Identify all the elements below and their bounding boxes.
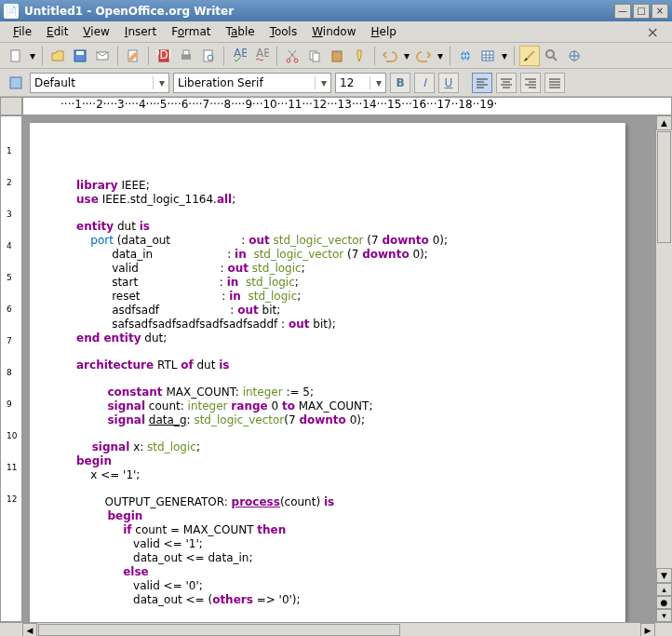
menubar: File Edit View Insert Format Table Tools…	[0, 21, 672, 43]
code-content[interactable]: library IEEE; use IEEE.std_logic_1164.al…	[76, 179, 598, 607]
svg-rect-8	[183, 50, 189, 55]
save-button[interactable]	[70, 46, 90, 66]
open-button[interactable]	[47, 46, 68, 66]
menu-view[interactable]: View	[75, 23, 116, 40]
doc-close-icon[interactable]: ×	[639, 21, 666, 43]
vertical-scrollbar[interactable]: ▲ ▼ ▴ ● ▾	[655, 115, 672, 622]
new-button[interactable]	[6, 46, 26, 66]
underline-button[interactable]: U	[438, 73, 459, 93]
menu-tools[interactable]: Tools	[262, 23, 305, 40]
menu-insert[interactable]: Insert	[117, 23, 164, 40]
fontsize-combo[interactable]: 12▾	[335, 73, 386, 93]
autospell-button[interactable]: ABC	[251, 46, 272, 66]
show-draw-button[interactable]	[519, 46, 540, 66]
menu-help[interactable]: Help	[364, 23, 404, 40]
svg-rect-0	[11, 50, 20, 61]
cut-button[interactable]	[282, 46, 302, 66]
style-combo[interactable]: Default▾	[30, 73, 169, 93]
font-combo[interactable]: Liberation Serif▾	[173, 73, 331, 93]
scroll-up-button[interactable]: ▲	[656, 115, 672, 130]
svg-text:ABC: ABC	[256, 48, 269, 60]
svg-rect-23	[10, 77, 21, 88]
menu-table[interactable]: Table	[219, 23, 262, 40]
preview-button[interactable]	[198, 46, 219, 66]
titlebar: 📄 Untitled1 - OpenOffice.org Writer — □ …	[0, 0, 672, 21]
new-arrow[interactable]: ▾	[28, 46, 37, 66]
window-title: Untitled1 - OpenOffice.org Writer	[24, 5, 612, 18]
bold-button[interactable]: B	[390, 73, 410, 93]
copy-button[interactable]	[304, 46, 325, 66]
format-toolbar: Default▾ Liberation Serif▾ 12▾ B I U	[0, 69, 672, 97]
ruler-corner	[0, 97, 22, 115]
next-page-button[interactable]: ▾	[656, 609, 672, 622]
align-justify-button[interactable]	[544, 73, 565, 93]
menu-edit[interactable]: Edit	[39, 23, 75, 40]
page-viewport[interactable]: library IEEE; use IEEE.std_logic_1164.al…	[22, 115, 655, 622]
prev-page-button[interactable]: ▴	[656, 583, 672, 596]
align-center-button[interactable]	[496, 73, 517, 93]
format-paintbrush-button[interactable]	[349, 46, 370, 66]
minimize-button[interactable]: —	[614, 4, 631, 19]
scroll-right-button[interactable]: ▶	[640, 623, 655, 636]
document-page[interactable]: library IEEE; use IEEE.std_logic_1164.al…	[30, 123, 625, 622]
pdf-button[interactable]: PDF	[154, 46, 174, 66]
svg-rect-18	[335, 50, 339, 53]
align-left-button[interactable]	[472, 73, 492, 93]
standard-toolbar: ▾ PDF ABC ABC ▾ ▾ ▾	[0, 43, 672, 69]
align-right-button[interactable]	[520, 73, 541, 93]
undo-button[interactable]	[380, 46, 400, 66]
menu-format[interactable]: Format	[164, 23, 218, 40]
email-button[interactable]	[92, 46, 113, 66]
document-area: 1 2 3 4 5 6 7 8 9 10 11 12 library IEEE;…	[0, 115, 672, 622]
svg-point-21	[546, 50, 554, 58]
paste-button[interactable]	[327, 46, 347, 66]
menu-window[interactable]: Window	[304, 23, 363, 40]
spellcheck-button[interactable]: ABC	[229, 46, 249, 66]
svg-rect-20	[482, 51, 493, 61]
styles-button[interactable]	[6, 73, 26, 93]
menu-file[interactable]: File	[6, 23, 39, 40]
horizontal-ruler[interactable]: ····1····2····3····4····5····6····7····8…	[22, 97, 672, 115]
redo-arrow[interactable]: ▾	[436, 46, 445, 66]
horizontal-scrollbar[interactable]: ◀ ▶	[0, 622, 672, 636]
close-button[interactable]: ×	[652, 4, 668, 19]
edit-file-button[interactable]	[123, 46, 143, 66]
svg-rect-2	[76, 51, 84, 55]
italic-button[interactable]: I	[414, 73, 435, 93]
maximize-button[interactable]: □	[633, 4, 650, 19]
scroll-thumb[interactable]	[657, 131, 671, 243]
scroll-left-button[interactable]: ◀	[22, 623, 37, 636]
hscroll-thumb[interactable]	[38, 624, 400, 636]
svg-text:PDF: PDF	[156, 48, 171, 61]
table-button[interactable]	[477, 46, 498, 66]
table-arrow[interactable]: ▾	[500, 46, 509, 66]
hyperlink-button[interactable]	[455, 46, 476, 66]
svg-rect-16	[313, 53, 319, 61]
print-button[interactable]	[176, 46, 196, 66]
app-icon: 📄	[4, 4, 19, 19]
undo-arrow[interactable]: ▾	[402, 46, 411, 66]
navigator-button[interactable]	[564, 46, 585, 66]
redo-button[interactable]	[413, 46, 434, 66]
nav-button[interactable]: ●	[656, 596, 672, 609]
vertical-ruler[interactable]: 1 2 3 4 5 6 7 8 9 10 11 12	[0, 115, 22, 622]
ruler-area: ····1····2····3····4····5····6····7····8…	[0, 97, 672, 115]
scroll-down-button[interactable]: ▼	[656, 568, 672, 583]
find-button[interactable]	[542, 46, 562, 66]
